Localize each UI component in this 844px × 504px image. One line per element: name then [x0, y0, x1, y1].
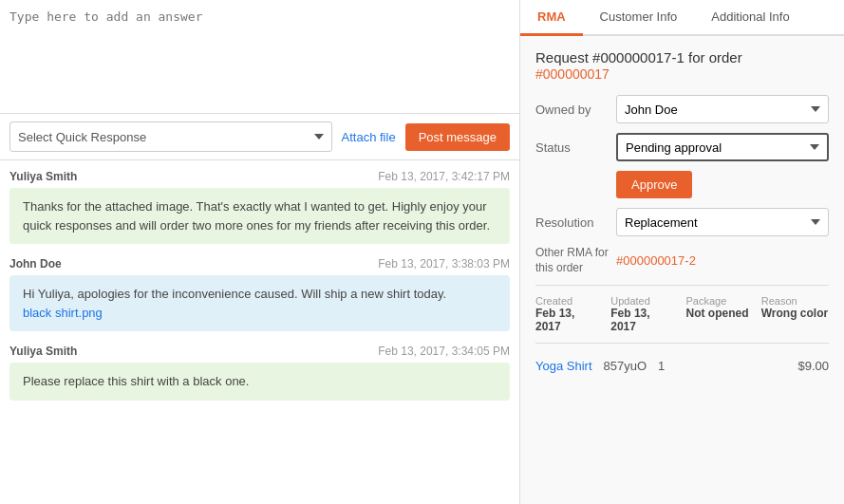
toolbar: Select Quick Response Attach file Post m…	[0, 114, 519, 160]
message-meta: Yuliya Smith Feb 13, 2017, 3:34:05 PM	[9, 345, 510, 358]
attach-file-link[interactable]: Attach file	[342, 130, 396, 144]
meta-grid: Created Feb 13, 2017 Updated Feb 13, 201…	[535, 295, 829, 333]
resolution-label: Resolution	[535, 215, 616, 230]
created-label: Created	[535, 295, 603, 307]
package-label: Package	[686, 295, 754, 307]
rma-content: Request #000000017-1 for order #00000001…	[520, 36, 844, 504]
message-author: Yuliya Smith	[9, 170, 77, 183]
tab-additional-info[interactable]: Additional Info	[694, 0, 806, 36]
order-item-name[interactable]: Yoga Shirt	[535, 359, 592, 373]
message-time: Feb 13, 2017, 3:42:17 PM	[378, 170, 510, 183]
message-time: Feb 13, 2017, 3:34:05 PM	[378, 345, 510, 358]
reason-value: Wrong color	[761, 307, 829, 320]
message-group: John Doe Feb 13, 2017, 3:38:03 PM Hi Yul…	[9, 257, 510, 331]
quick-response-select[interactable]: Select Quick Response	[9, 121, 332, 152]
message-bubble: Please replace this shirt with a black o…	[9, 363, 510, 401]
message-meta: Yuliya Smith Feb 13, 2017, 3:42:17 PM	[9, 170, 510, 183]
rma-fields: Owned by John Doe Status Pending approva…	[535, 95, 829, 275]
tabs: RMA Customer Info Additional Info	[520, 0, 844, 36]
message-author: Yuliya Smith	[9, 345, 77, 358]
message-bubble: Hi Yuliya, apologies for the inconvenien…	[9, 275, 510, 331]
attachment-link[interactable]: black shirt.png	[23, 306, 103, 320]
rma-title: Request #000000017-1 for order #00000001…	[535, 49, 829, 82]
message-bubble: Thanks for the attached image. That's ex…	[9, 188, 510, 244]
message-group: Yuliya Smith Feb 13, 2017, 3:34:05 PM Pl…	[9, 345, 510, 401]
status-select[interactable]: Pending approval	[616, 133, 829, 161]
resolution-row: Resolution Replacement	[535, 208, 829, 236]
reason-label: Reason	[761, 295, 829, 307]
updated-value: Feb 13, 2017	[610, 307, 678, 333]
updated-label: Updated	[610, 295, 678, 307]
message-group: Yuliya Smith Feb 13, 2017, 3:42:17 PM Th…	[9, 170, 510, 244]
divider	[535, 285, 829, 286]
approve-button[interactable]: Approve	[616, 171, 692, 198]
tab-customer-info[interactable]: Customer Info	[583, 0, 695, 36]
message-time: Feb 13, 2017, 3:38:03 PM	[378, 257, 510, 271]
rma-order-link[interactable]: #000000017	[535, 66, 610, 82]
answer-textarea[interactable]	[0, 0, 519, 114]
order-item-row: Yoga Shirt 857yuO 1 $9.00	[535, 353, 829, 379]
status-row: Status Pending approval	[535, 133, 829, 161]
right-panel: RMA Customer Info Additional Info Reques…	[520, 0, 844, 504]
other-rma-label: Other RMA for this order	[535, 246, 616, 275]
resolution-select[interactable]: Replacement	[616, 208, 829, 236]
owned-by-row: Owned by John Doe	[535, 95, 829, 123]
left-panel: Select Quick Response Attach file Post m…	[0, 0, 520, 504]
other-rma-link[interactable]: #000000017-2	[616, 253, 696, 268]
owned-by-select[interactable]: John Doe	[616, 95, 829, 123]
divider	[535, 343, 829, 344]
created-value: Feb 13, 2017	[535, 307, 603, 333]
message-meta: John Doe Feb 13, 2017, 3:38:03 PM	[9, 257, 510, 271]
message-text: Hi Yuliya, apologies for the inconvenien…	[23, 287, 446, 301]
other-rma-row: Other RMA for this order #000000017-2	[535, 246, 829, 275]
order-item-qty: 1	[658, 359, 665, 373]
status-label: Status	[535, 140, 616, 155]
order-item-sku: 857yuO	[604, 359, 647, 373]
owned-by-label: Owned by	[535, 103, 616, 117]
messages-area: Yuliya Smith Feb 13, 2017, 3:42:17 PM Th…	[0, 160, 519, 504]
message-author: John Doe	[9, 257, 62, 271]
package-value: Not opened	[686, 307, 754, 320]
tab-rma[interactable]: RMA	[520, 0, 583, 36]
post-message-button[interactable]: Post message	[405, 123, 510, 151]
order-item-price: $9.00	[797, 359, 829, 373]
